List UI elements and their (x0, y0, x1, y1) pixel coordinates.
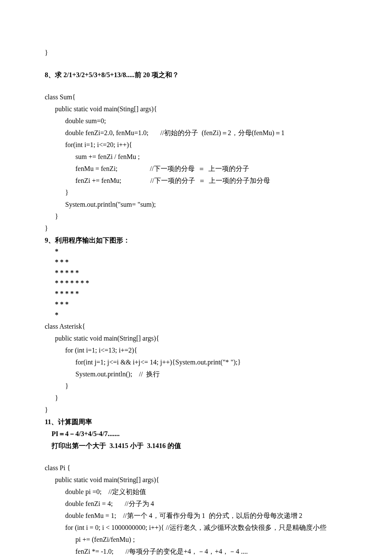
text-line: class Asterisk{ (45, 321, 347, 332)
text-line: * * * * * (45, 289, 347, 299)
text-line: fenZi += fenMu; //下一项的分子 ＝ 上一项的分子加分母 (45, 175, 347, 187)
text-line: } (45, 223, 347, 234)
text-line: * * * (45, 257, 347, 268)
blank-line (45, 452, 347, 462)
document-page: }8、求 2/1+3/2+5/3+8/5+13/8.....前 20 项之和？c… (0, 0, 392, 555)
text-line: for (int i=1; i<=13; i+=2){ (45, 344, 347, 356)
text-line: 11、计算圆周率 (45, 416, 347, 428)
text-line: System.out.println("sum= "sum); (45, 199, 347, 211)
text-line: public static void main(Sting[] args){ (45, 103, 347, 115)
text-line: * * * (45, 299, 347, 310)
text-line: PI＝4－4/3+4/5-4/7....... (45, 428, 347, 440)
text-line: double pi =0; //定义初始值 (45, 486, 347, 498)
text-line: public static void main(String[] args){ (45, 332, 347, 344)
text-line: fenMu = fenZi; //下一项的分母 ＝ 上一项的分子 (45, 163, 347, 175)
text-line: * (45, 246, 347, 257)
text-line: for(int i=1; i<=20; i++){ (45, 139, 347, 151)
text-line: * * * * * (45, 268, 347, 278)
text-line: } (45, 47, 347, 59)
text-line: } (45, 392, 347, 404)
blank-line (45, 81, 347, 91)
text-line: for (int i = 0; i < 1000000000; i++){ //… (45, 522, 347, 534)
text-line: double fenMu = 1; //第一个 4，可看作分母为 1 的分式，以… (45, 510, 347, 522)
text-line: } (45, 211, 347, 223)
text-line: double fenZi=2.0, fenMu=1.0; //初始的分子 (fe… (45, 127, 347, 139)
text-line: * (45, 310, 347, 321)
text-line: class Sum{ (45, 91, 347, 103)
text-line: for(int j=1; j<=i && i+j<= 14; j++){Syst… (45, 356, 347, 368)
text-line: System.out.println(); // 换行 (45, 368, 347, 380)
text-line: } (45, 404, 347, 416)
text-line: 9、利用程序输出如下图形： (45, 234, 347, 246)
text-line: 打印出第一个大于 3.1415 小于 3.1416 的值 (45, 440, 347, 452)
blank-line (45, 59, 347, 69)
text-line: * * * * * * * (45, 278, 347, 289)
text-line: public static void main(String[] args){ (45, 474, 347, 486)
text-line: double sum=0; (45, 115, 347, 127)
text-line: double fenZi = 4; //分子为 4 (45, 498, 347, 510)
text-line: fenZi *= -1.0; //每项分子的变化是+4，－4，+4，－4 ...… (45, 546, 347, 555)
text-line: } (45, 380, 347, 392)
text-line: } (45, 187, 347, 199)
text-line: pi += (fenZi/fenMu) ; (45, 534, 347, 546)
text-line: class Pi { (45, 462, 347, 474)
text-line: 8、求 2/1+3/2+5/3+8/5+13/8.....前 20 项之和？ (45, 69, 347, 81)
text-line: sum += fenZi / fenMu ; (45, 151, 347, 163)
